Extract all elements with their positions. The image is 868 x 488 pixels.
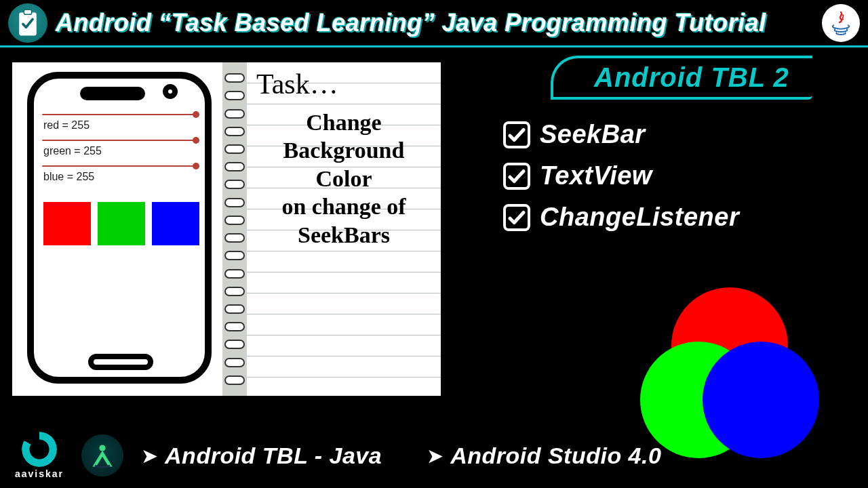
footer-chip-ide: ➤ Android Studio 4.0	[427, 443, 661, 469]
color-swatches	[43, 202, 199, 245]
aaviskar-logo-icon	[22, 432, 57, 467]
checklist-item: ChangeListener	[503, 203, 856, 232]
footer-bar: aaviskar ➤ Android TBL - Java ➤ Android …	[0, 423, 868, 488]
notebook-page: Task… Change Background Color on change …	[247, 62, 441, 396]
task-heading: Task…	[254, 68, 434, 100]
checklist-label: SeekBar	[540, 120, 646, 149]
checklist-label: ChangeListener	[540, 203, 739, 232]
seekbar-red-label: red = 255	[43, 119, 197, 131]
brand-name: aaviskar	[15, 468, 64, 479]
task-description: Change Background Color on change of See…	[281, 108, 406, 249]
seekbar-blue: blue = 255	[42, 165, 197, 183]
notebook-spiral	[222, 62, 247, 396]
swatch-blue	[152, 202, 199, 245]
task-line: on change of	[281, 192, 406, 220]
seekbar-blue-label: blue = 255	[43, 171, 197, 183]
svg-rect-1	[24, 9, 31, 14]
checklist-item: SeekBar	[503, 120, 856, 149]
right-column: Android TBL 2 SeekBar TextView ChangeLis…	[476, 56, 856, 232]
topic-checklist: SeekBar TextView ChangeListener	[503, 120, 856, 232]
swatch-red	[43, 202, 91, 245]
checklist-label: TextView	[540, 161, 652, 190]
arrow-right-icon: ➤	[141, 444, 158, 468]
footer-chip-label: Android TBL - Java	[165, 443, 382, 469]
footer-chip-label: Android Studio 4.0	[450, 443, 661, 469]
brand-logo: aaviskar	[15, 432, 64, 479]
seekbar-green-label: green = 255	[43, 145, 197, 157]
footer-chip-series: ➤ Android TBL - Java	[141, 443, 382, 469]
java-logo-icon	[822, 4, 860, 42]
header-bar: Android “Task Based Learning” Java Progr…	[0, 0, 868, 47]
svg-point-5	[99, 445, 105, 451]
task-line: Color	[281, 165, 406, 192]
page-title: Android “Task Based Learning” Java Progr…	[56, 9, 816, 37]
android-studio-icon	[81, 434, 123, 476]
task-line: Background	[281, 136, 406, 164]
clipboard-check-icon	[8, 3, 47, 43]
phone-sketch: red = 255 green = 255 blue = 255	[12, 62, 222, 396]
check-icon	[503, 163, 530, 190]
check-icon	[503, 121, 530, 148]
task-line: SeekBars	[281, 221, 406, 249]
checklist-item: TextView	[503, 161, 856, 190]
episode-badge: Android TBL 2	[551, 56, 812, 100]
arrow-right-icon: ➤	[427, 444, 443, 468]
check-icon	[503, 204, 530, 231]
seekbar-green: green = 255	[42, 140, 197, 157]
seekbar-red: red = 255	[42, 114, 197, 131]
swatch-green	[98, 202, 145, 245]
task-line: Change	[281, 108, 406, 136]
task-illustration: red = 255 green = 255 blue = 255	[12, 62, 441, 396]
